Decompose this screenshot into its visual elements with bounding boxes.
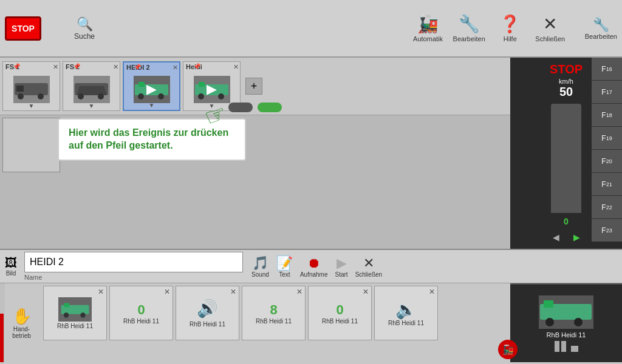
- event-card-6[interactable]: ✕ 🔈 RhB Heidi 11: [374, 286, 438, 340]
- fn-btn-f20[interactable]: F20: [592, 150, 622, 173]
- close-heidi2-icon[interactable]: ✕: [173, 64, 178, 72]
- close-card1-icon[interactable]: ✕: [98, 288, 104, 296]
- kmh-label: km/h: [559, 78, 573, 85]
- event-card-2[interactable]: ✕ 0 RhB Heidi 11: [109, 286, 173, 340]
- chevron-fs1-icon[interactable]: ▼: [29, 103, 35, 109]
- fn-btn-f17[interactable]: F17: [592, 81, 622, 104]
- card2-value: 0: [137, 302, 145, 318]
- hilfe-label: Hilfe: [504, 35, 517, 42]
- red-strip: [0, 314, 4, 362]
- fn-btn-f23[interactable]: F23: [592, 219, 622, 242]
- stop-button[interactable]: STOP: [5, 16, 41, 41]
- event-card-3[interactable]: ✕ 🔊 RhB Heidi 11: [176, 286, 239, 340]
- direction-right-button[interactable]: ▶: [567, 230, 586, 244]
- editor-toolbar: 🖼 Bild Name 🎵 Sound 📝 Text ⏺ Aufnahme ▶ …: [0, 250, 622, 283]
- schliessen-toolbar-button[interactable]: ✕ Schließen: [535, 14, 566, 42]
- pin-fs1-icon: 📌: [13, 63, 20, 70]
- event-card-4[interactable]: ✕ 8 RhB Heidi 11: [242, 286, 306, 340]
- scroll-left-button[interactable]: [228, 103, 253, 112]
- speed-value: 50: [559, 85, 573, 99]
- close-fs2-icon[interactable]: ✕: [113, 63, 118, 71]
- bottom-editor: 🖼 Bild Name 🎵 Sound 📝 Text ⏺ Aufnahme ▶ …: [0, 249, 622, 364]
- card3-label: RhB Heidi 11: [190, 321, 225, 328]
- close-card6-icon[interactable]: ✕: [429, 288, 435, 296]
- close-editor-icon: ✕: [363, 255, 374, 271]
- close-card4-icon[interactable]: ✕: [296, 288, 302, 296]
- pause-bars-2[interactable]: [571, 341, 578, 352]
- sound-button[interactable]: 🎵 Sound: [251, 255, 269, 278]
- schliessen-icon: ✕: [543, 14, 557, 34]
- text-button[interactable]: 📝 Text: [276, 255, 293, 278]
- pause-bars[interactable]: [555, 341, 566, 352]
- stop-display: STOP: [550, 62, 583, 76]
- svg-rect-21: [544, 300, 553, 308]
- bearbeiten-side-button[interactable]: 🔧 Bearbeiten: [585, 17, 617, 40]
- schliessen-editor-button[interactable]: ✕ Schließen: [355, 255, 382, 278]
- svg-rect-13: [199, 82, 205, 87]
- sound-label: Sound: [251, 271, 269, 278]
- bearbeiten-button[interactable]: 🔧 Bearbeiten: [453, 14, 485, 42]
- card2-label: RhB Heidi 11: [123, 318, 159, 325]
- close-card5-icon[interactable]: ✕: [363, 288, 369, 296]
- fn-btn-f19[interactable]: F19: [592, 127, 622, 150]
- close-heidi-icon[interactable]: ✕: [233, 63, 239, 71]
- automatik-label: Automatik: [413, 35, 443, 42]
- suche-group[interactable]: 🔍 Suche: [74, 16, 95, 41]
- chevron-heidi2-icon[interactable]: ▼: [149, 102, 155, 109]
- bild-group: 🖼 Bild: [5, 256, 17, 277]
- event-box-1[interactable]: [2, 118, 60, 172]
- speed-slider[interactable]: [551, 104, 581, 213]
- schliessen-editor-label: Schließen: [355, 271, 382, 278]
- add-loco-button[interactable]: +: [245, 78, 262, 95]
- hilfe-button[interactable]: ❓ Hilfe: [495, 14, 525, 42]
- handbetrieb-group: ✋ Hand-betrieb: [5, 283, 38, 362]
- chevron-fs2-icon[interactable]: ▼: [89, 103, 95, 109]
- name-label: Name: [24, 274, 243, 281]
- pin-heidi2-icon: 📌: [134, 64, 141, 70]
- svg-point-19: [80, 312, 85, 317]
- event-cards-container: ✕ RhB Heidi 11 ✕ 0 RhB Heidi 11 ✕ 🔊 RhB …: [38, 283, 510, 362]
- suche-label: Suche: [74, 32, 95, 41]
- loco-name-bottom: RhB Heidi 11: [547, 331, 586, 339]
- close-card2-icon[interactable]: ✕: [164, 288, 170, 296]
- bearbeiten-icon: 🔧: [459, 14, 480, 34]
- svg-point-22: [545, 318, 554, 326]
- svg-point-10: [138, 93, 144, 99]
- train-status-icon[interactable]: 🚂: [498, 340, 518, 359]
- hilfe-icon: ❓: [499, 14, 521, 34]
- sound-icon: 🎵: [252, 255, 268, 271]
- loco-thumb-1: [58, 297, 92, 322]
- event-card-5[interactable]: ✕ 0 RhB Heidi 11: [308, 286, 372, 340]
- fn-btn-f21[interactable]: F21: [592, 173, 622, 196]
- svg-point-11: [158, 93, 164, 99]
- direction-left-button[interactable]: ◀: [547, 230, 565, 244]
- search-icon: 🔍: [77, 16, 93, 32]
- left-panel: FS 1 ✕ 📌 ▼ FS 2 ✕ 📌 ▼ HEIDI 2: [0, 58, 510, 276]
- fn-btn-f18[interactable]: F18: [592, 104, 622, 127]
- loco-card-fs2[interactable]: FS 2 ✕ 📌 ▼: [63, 61, 120, 111]
- svg-rect-9: [138, 82, 145, 87]
- name-input[interactable]: [24, 252, 243, 272]
- close-fs1-icon[interactable]: ✕: [53, 63, 58, 71]
- event-card-1[interactable]: ✕ RhB Heidi 11: [43, 286, 107, 340]
- aufnahme-button[interactable]: ⏺ Aufnahme: [300, 255, 328, 278]
- fn-btn-f22[interactable]: F22: [592, 196, 622, 219]
- card5-value: 0: [336, 302, 343, 318]
- start-label: Start: [335, 271, 348, 278]
- record-icon: ⏺: [307, 255, 321, 271]
- tooltip-overlay: ☞ Hier wird das Ereignis zur drücken auf…: [58, 118, 246, 161]
- automatik-button[interactable]: 🚂 Automatik: [413, 14, 443, 42]
- fn-btn-f16[interactable]: F16: [592, 58, 622, 81]
- loco-card-fs1[interactable]: FS 1 ✕ 📌 ▼: [2, 61, 60, 111]
- svg-rect-17: [64, 303, 69, 308]
- start-icon: ▶: [337, 255, 347, 271]
- loco-card-heidi2[interactable]: HEIDI 2 ✕ 📌 ▶ ▼: [123, 61, 180, 111]
- direction-buttons: ◀ ▶: [547, 230, 586, 244]
- svg-point-3: [38, 93, 44, 99]
- scroll-right-button[interactable]: [258, 103, 282, 112]
- start-button[interactable]: ▶ Start: [335, 255, 348, 278]
- svg-point-18: [63, 312, 68, 317]
- svg-point-2: [18, 93, 24, 99]
- close-card3-icon[interactable]: ✕: [230, 288, 236, 296]
- text-icon: 📝: [276, 255, 293, 271]
